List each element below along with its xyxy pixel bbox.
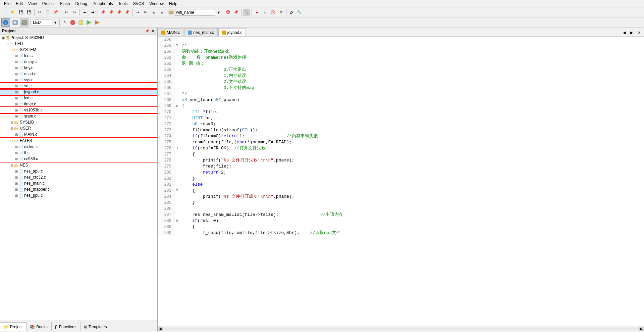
outdent-btn[interactable]: ⇤	[142, 9, 149, 16]
root-expand[interactable]: ▣	[1, 35, 5, 40]
code-area[interactable]: 258 259 ⊟ /* 260 函数功能：开始nes游戏 261	[158, 37, 644, 326]
fatfs-folder[interactable]: ⊟ 🗁 FATFS	[0, 138, 157, 144]
fold-276[interactable]: ⊟	[174, 145, 179, 151]
file-nes-apu-c[interactable]: ⊞ 📄 nes_apu.c	[0, 168, 157, 174]
led-expand[interactable]: ⊟	[5, 41, 9, 46]
open-btn[interactable]: 📂	[9, 9, 17, 16]
lcdc-expand[interactable]: ⊞	[14, 96, 19, 100]
tab-templates[interactable]: ⊞ Templates	[80, 322, 111, 331]
file-key-c[interactable]: ⊞ 📄 key.c	[0, 65, 157, 71]
mainc-expand[interactable]: ⊞	[14, 132, 19, 137]
fold-259[interactable]: ⊟	[174, 43, 179, 49]
menu-view[interactable]: View	[25, 1, 40, 7]
menu-flash[interactable]: Flash	[57, 1, 72, 7]
delayc-expand[interactable]: ⊞	[14, 59, 19, 64]
undo-btn[interactable]: ↩	[62, 9, 70, 16]
syslib-expand[interactable]: ⊟	[9, 120, 14, 125]
editor-tab-nes-main[interactable]: nes_main.c	[184, 28, 217, 36]
menu-window[interactable]: Window	[147, 1, 166, 7]
file-sys-c[interactable]: ⊞ 📄 sys.c	[0, 77, 157, 83]
joypadc-expand[interactable]: ⊞	[14, 90, 19, 94]
close-editor-btn[interactable]: ✕	[635, 29, 643, 36]
tb2-btn4[interactable]	[69, 19, 76, 26]
file-nes-main-c[interactable]: ⊞ 📄 nes_main.c	[0, 180, 157, 186]
nesmapperc-expand[interactable]: ⊞	[14, 187, 19, 192]
tb2-btn3[interactable]: CPU	[20, 18, 29, 27]
system-folder[interactable]: ⊟ 🗁 SYSTEM	[0, 47, 157, 53]
nescrc32c-expand[interactable]: ⊞	[14, 175, 19, 180]
tab-nav-right[interactable]: ▶	[628, 29, 635, 36]
file-nes-mapper-c[interactable]: ⊞ 📄 nes_mapper.c	[0, 186, 157, 192]
menu-help[interactable]: Help	[166, 1, 180, 7]
nesmainc-expand[interactable]: ⊞	[14, 181, 19, 186]
settings-btn[interactable]: 🔧	[296, 9, 303, 16]
btn5[interactable]: 📌	[99, 9, 107, 16]
paste-btn[interactable]: 📌	[52, 9, 59, 16]
btn9[interactable]: ≡	[150, 9, 157, 16]
circle-btn[interactable]: ○	[261, 9, 269, 16]
file-usart-c[interactable]: ⊞ 📄 usart.c	[0, 71, 157, 77]
new-file-btn[interactable]: 📄	[1, 9, 9, 16]
fold-288[interactable]: ⊟	[174, 218, 179, 224]
user-expand[interactable]: ⊟	[9, 126, 14, 131]
btn7[interactable]: 📌	[115, 9, 123, 16]
btn8[interactable]: 📌	[123, 9, 131, 16]
sdc-expand[interactable]: ⊞	[14, 84, 19, 88]
keyc-expand[interactable]: ⊞	[14, 65, 19, 70]
target-combo-arrow[interactable]: ▼	[53, 19, 58, 26]
btn6[interactable]: 📌	[107, 9, 115, 16]
hscroll-left[interactable]: ◀	[158, 327, 163, 331]
hscroll-right[interactable]: ▶	[639, 327, 644, 331]
target-btn[interactable]: 🎯	[224, 9, 232, 16]
tb2-btn2[interactable]	[11, 18, 19, 27]
tb2-btn1[interactable]: i	[1, 18, 10, 27]
nes-folder[interactable]: ⊟ 🗁 NES	[0, 162, 157, 168]
hscrollbar[interactable]: ◀ ▶	[158, 326, 644, 331]
save-btn[interactable]: 💾	[17, 9, 25, 16]
panel-close-icon[interactable]: ✕	[150, 29, 155, 33]
hscroll-track[interactable]	[163, 328, 639, 330]
cursor-btn[interactable]: ↖	[61, 19, 68, 26]
btn10[interactable]: ≡	[158, 9, 165, 16]
file-diskio-c[interactable]: ⊞ 📄 diskio.c	[0, 144, 157, 150]
copy-btn[interactable]: 📋	[44, 9, 51, 16]
nes-expand[interactable]: ⊟	[9, 163, 14, 168]
menu-peripherals[interactable]: Peripherals	[90, 1, 116, 7]
tb2-btn6[interactable]	[85, 19, 93, 26]
wifi-combo-arrow[interactable]: ▼	[216, 9, 221, 16]
menu-edit[interactable]: Edit	[13, 1, 25, 7]
file-ff-c[interactable]: ⊞ 📄 ff.c	[0, 150, 157, 156]
cc936c-expand[interactable]: ⊞	[14, 156, 19, 161]
search-btn[interactable]: 🔍	[243, 9, 250, 16]
file-sd-c[interactable]: ⊞ 📄 sd.c	[0, 83, 157, 89]
file-nes-crc32-c[interactable]: ⊞ 📄 nes_crc32.c	[0, 174, 157, 180]
file-delay-c[interactable]: ⊞ 📄 delay.c	[0, 59, 157, 65]
ledc-expand[interactable]: ⊞	[14, 53, 19, 58]
fold-269[interactable]: ⊟	[174, 103, 179, 109]
usartc-expand[interactable]: ⊞	[14, 72, 19, 76]
cut-btn[interactable]: ✂	[36, 9, 43, 16]
ffc-expand[interactable]: ⊞	[14, 150, 19, 155]
menu-debug[interactable]: Debug	[73, 1, 90, 7]
file-joypad-c[interactable]: ⊞ 📄 joypad.c	[0, 89, 157, 95]
file-nes-ppu-c[interactable]: ⊞ 📄 nes_ppu.c	[0, 192, 157, 198]
indent-btn[interactable]: ⇥	[134, 9, 141, 16]
file-led-c[interactable]: ⊞ 📄 led.c	[0, 53, 157, 59]
fold-283[interactable]: ⊟	[174, 188, 179, 194]
nesapuc-expand[interactable]: ⊞	[14, 169, 19, 174]
file-timer-c[interactable]: ⊞ 📄 timer.c	[0, 101, 157, 107]
file-cc936-c[interactable]: ⊞ 📄 cc936.c	[0, 156, 157, 162]
sramc-expand[interactable]: ⊞	[14, 114, 19, 118]
menu-project[interactable]: Project	[40, 1, 57, 7]
fatfs-expand[interactable]: ⊟	[9, 138, 14, 143]
syslib-folder[interactable]: ⊟ 🗁 SYSLIB	[0, 119, 157, 125]
save-all-btn[interactable]: 💾	[25, 9, 33, 16]
editor-tab-main[interactable]: MAIN.c	[158, 28, 183, 36]
tree-root[interactable]: ▣ ⊞ Project: STM32HD	[0, 35, 157, 41]
system-expand[interactable]: ⊟	[9, 47, 14, 52]
target-combo[interactable]	[32, 19, 52, 26]
led-folder[interactable]: ⊟ 🗁 LED	[0, 41, 157, 47]
user-folder[interactable]: ⊟ 🗁 USER	[0, 125, 157, 131]
file-sram-c[interactable]: ⊞ 📄 sram.c	[0, 113, 157, 119]
window-btn[interactable]: 🗗	[288, 9, 295, 16]
